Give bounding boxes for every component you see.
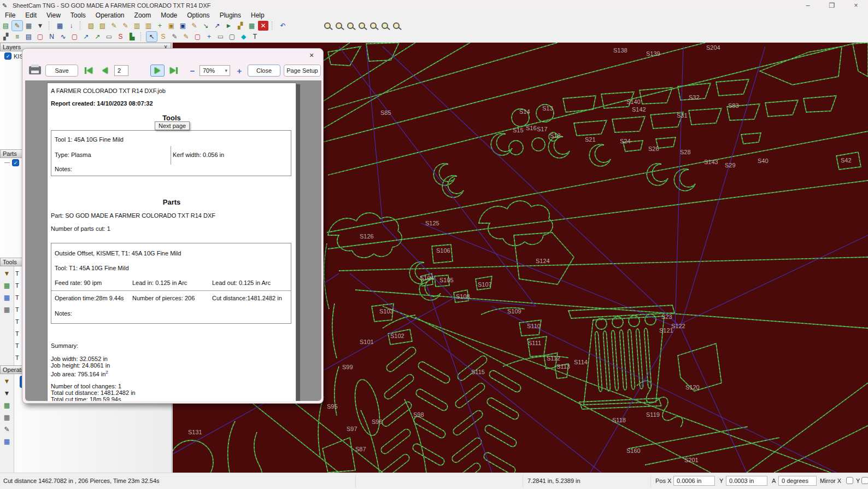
part-outline[interactable] [488, 369, 522, 393]
zoom-in-icon[interactable] [322, 21, 332, 31]
edit-contour-icon[interactable]: ✎ [181, 32, 191, 42]
contour-edit-icon[interactable]: ▢ [69, 32, 80, 42]
part-outline[interactable] [419, 278, 441, 300]
op-table-icon[interactable]: ▦ [2, 436, 12, 446]
part-outline[interactable] [584, 316, 664, 405]
undo-icon[interactable]: ↶ [278, 21, 288, 31]
tool-list-item[interactable]: T [15, 267, 19, 280]
pos-y-field[interactable]: 0.0003 in [726, 476, 767, 486]
part-rename-icon[interactable]: ✎ [189, 21, 200, 31]
tool-grid-icon[interactable]: ▦ [2, 281, 12, 290]
part-new-icon[interactable]: ▧ [86, 21, 96, 31]
select-cursor-icon[interactable]: ↖ [146, 32, 157, 42]
page-number-field[interactable]: 2 [114, 65, 128, 76]
polyline-icon[interactable]: N [46, 32, 57, 42]
pos-x-field[interactable]: 0.0006 in [673, 476, 715, 486]
op-pen-icon[interactable]: ✎ [2, 424, 12, 434]
close-dialog-button[interactable]: Close [248, 65, 280, 77]
next-page-button[interactable] [150, 65, 165, 77]
part-outline[interactable] [574, 120, 607, 136]
part-outline[interactable] [804, 96, 836, 112]
corner-icon[interactable]: ▙ [127, 32, 137, 42]
zoom-out-button[interactable]: − [186, 65, 198, 77]
select-start-icon[interactable]: S [158, 32, 168, 42]
zoom-extents-icon[interactable] [391, 21, 401, 31]
part-outline[interactable] [647, 164, 668, 185]
print-icon[interactable] [29, 66, 41, 74]
dialog-close-button[interactable]: × [307, 51, 316, 61]
mirror-y-checkbox[interactable] [861, 477, 868, 484]
menu-edit[interactable]: Edit [20, 11, 42, 20]
nest-icon[interactable]: ▞ [1, 32, 11, 42]
post-download-icon[interactable]: ↓ [66, 21, 77, 31]
part-run-icon[interactable]: ► [224, 21, 234, 31]
part-outline[interactable] [451, 409, 484, 436]
minimize-button[interactable]: – [796, 0, 820, 10]
op-grid-icon[interactable]: ▦ [2, 400, 12, 410]
part-outline[interactable] [228, 421, 235, 473]
menu-zoom[interactable]: Zoom [130, 11, 156, 20]
contour-red-icon[interactable]: ▢ [35, 32, 45, 42]
part-outline[interactable] [678, 344, 722, 391]
menu-options[interactable]: Options [182, 11, 214, 20]
menu-mode[interactable]: Mode [156, 11, 182, 20]
layer-checkbox[interactable]: ✓ [12, 159, 19, 166]
part-outline[interactable] [454, 382, 486, 409]
tool-list-item[interactable]: T [15, 352, 19, 364]
part-outline[interactable] [595, 331, 602, 392]
edit-job-icon[interactable]: ✎ [12, 21, 22, 31]
job-options-icon[interactable]: ▤ [24, 32, 34, 42]
part-outline[interactable] [674, 169, 695, 191]
part-delete-icon[interactable]: ✕ [258, 21, 268, 31]
part-array-icon[interactable]: ▞ [235, 21, 245, 31]
part-outline[interactable] [765, 100, 798, 117]
part-paste-icon[interactable]: ▥ [143, 21, 154, 31]
menu-operation[interactable]: Operation [91, 11, 130, 20]
part-add-icon[interactable]: + [155, 21, 165, 31]
spline-icon[interactable]: ∿ [58, 32, 68, 42]
part-outline[interactable] [603, 331, 611, 391]
machine-icon[interactable]: ▭ [104, 32, 114, 42]
part-edit-alt-icon[interactable]: ✎ [120, 21, 131, 31]
zoom-level-select[interactable]: 70% ▾ [200, 65, 230, 76]
calculator-icon[interactable]: ▦ [55, 21, 65, 31]
pan-icon[interactable]: + [204, 32, 214, 42]
part-outline[interactable] [612, 117, 645, 132]
part-outline[interactable] [548, 136, 570, 158]
part-import-icon[interactable]: ↘ [201, 21, 211, 31]
part-outline[interactable] [636, 329, 643, 389]
part-outline[interactable] [760, 46, 842, 85]
part-outline[interactable] [456, 354, 488, 382]
part-outline[interactable] [380, 400, 413, 428]
part-outline[interactable] [383, 373, 415, 400]
part-edit-icon[interactable]: ✎ [109, 21, 119, 31]
zoom-parts-icon[interactable] [356, 21, 367, 31]
lasso-icon[interactable]: ▢ [227, 32, 237, 42]
snap-icon[interactable]: ◆ [238, 32, 249, 42]
part-outline[interactable] [741, 133, 761, 144]
part-outline[interactable] [619, 330, 627, 390]
menu-file[interactable]: File [0, 11, 20, 20]
part-outline[interactable] [417, 360, 451, 385]
plasma-tool-icon[interactable]: ▼ [35, 21, 45, 31]
edit-points-icon[interactable]: ✎ [169, 32, 180, 42]
part-outline[interactable] [853, 43, 868, 77]
part-outline[interactable] [747, 383, 868, 473]
menu-tools[interactable]: Tools [66, 11, 91, 20]
tool-list-item[interactable]: T [15, 340, 19, 352]
tool-new-icon[interactable]: ▼ [2, 269, 12, 278]
part-export-icon[interactable]: ↗ [212, 21, 222, 31]
rect-select-icon[interactable]: ▭ [215, 32, 226, 42]
tool-alert-icon[interactable]: ▦ [2, 305, 12, 315]
part-open-icon[interactable]: ▣ [166, 21, 177, 31]
part-outline[interactable] [324, 243, 329, 309]
op-tool-icon[interactable]: ▼ [2, 388, 12, 398]
save-button[interactable]: Save [45, 65, 78, 77]
close-button[interactable]: × [844, 0, 868, 10]
tool-list-item[interactable]: T [15, 292, 19, 304]
part-outline[interactable] [486, 397, 520, 421]
tool-list-item[interactable]: T [15, 280, 19, 292]
start-point-icon[interactable]: S [115, 32, 126, 42]
tool-table-icon[interactable]: ▦ [2, 293, 12, 302]
open-job-icon[interactable]: ▤ [1, 21, 11, 31]
